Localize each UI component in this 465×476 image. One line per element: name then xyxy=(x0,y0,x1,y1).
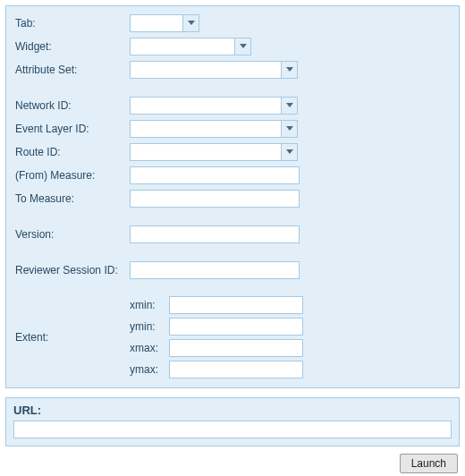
chevron-down-icon xyxy=(188,21,195,26)
to-measure-label: To Measure: xyxy=(15,192,130,205)
route-id-dropdown-button[interactable] xyxy=(281,144,297,160)
network-id-label: Network ID: xyxy=(15,99,130,112)
xmax-label: xmax: xyxy=(130,342,169,354)
tab-label: Tab: xyxy=(15,17,130,30)
network-id-combo[interactable] xyxy=(130,97,298,115)
attribute-set-input[interactable] xyxy=(131,62,281,78)
route-id-combo[interactable] xyxy=(130,143,298,161)
tab-combo[interactable] xyxy=(130,14,199,32)
event-layer-id-label: Event Layer ID: xyxy=(15,123,130,135)
network-id-input[interactable] xyxy=(131,98,281,114)
event-layer-id-combo[interactable] xyxy=(130,120,298,138)
params-panel: Tab: Widget: Attribute Set: xyxy=(5,5,460,388)
ymin-input[interactable] xyxy=(169,318,303,336)
tab-dropdown-button[interactable] xyxy=(182,15,199,31)
ymin-label: ymin: xyxy=(130,320,169,333)
to-measure-input[interactable] xyxy=(130,190,300,208)
chevron-down-icon xyxy=(240,44,247,49)
widget-input[interactable] xyxy=(131,38,234,55)
url-label: URL: xyxy=(13,404,452,417)
extent-label: Extent: xyxy=(15,331,130,344)
xmin-input[interactable] xyxy=(169,296,303,314)
widget-combo[interactable] xyxy=(130,38,251,55)
widget-dropdown-button[interactable] xyxy=(234,38,250,55)
xmin-label: xmin: xyxy=(130,299,169,311)
attribute-set-combo[interactable] xyxy=(130,61,298,79)
route-id-label: Route ID: xyxy=(15,146,130,158)
url-panel: URL: xyxy=(5,397,460,446)
event-layer-id-dropdown-button[interactable] xyxy=(281,121,297,137)
reviewer-session-input[interactable] xyxy=(130,261,300,279)
ymax-label: ymax: xyxy=(130,363,169,376)
chevron-down-icon xyxy=(286,103,293,108)
ymax-input[interactable] xyxy=(169,361,303,378)
attribute-set-label: Attribute Set: xyxy=(15,64,130,76)
chevron-down-icon xyxy=(286,149,293,155)
from-measure-label: (From) Measure: xyxy=(15,169,130,182)
route-id-input[interactable] xyxy=(131,144,281,160)
xmax-input[interactable] xyxy=(169,339,303,357)
tab-input[interactable] xyxy=(131,15,182,31)
network-id-dropdown-button[interactable] xyxy=(281,98,297,114)
extent-grid: xmin: ymin: xmax: ymax: xyxy=(130,296,303,378)
from-measure-input[interactable] xyxy=(130,166,300,184)
event-layer-id-input[interactable] xyxy=(131,121,281,137)
chevron-down-icon xyxy=(286,126,293,132)
version-label: Version: xyxy=(15,228,130,241)
chevron-down-icon xyxy=(286,67,293,72)
version-input[interactable] xyxy=(130,225,300,243)
attribute-set-dropdown-button[interactable] xyxy=(281,62,297,78)
reviewer-session-label: Reviewer Session ID: xyxy=(15,264,130,276)
url-input[interactable] xyxy=(13,421,452,438)
launch-button[interactable]: Launch xyxy=(400,454,458,473)
widget-label: Widget: xyxy=(15,40,130,53)
